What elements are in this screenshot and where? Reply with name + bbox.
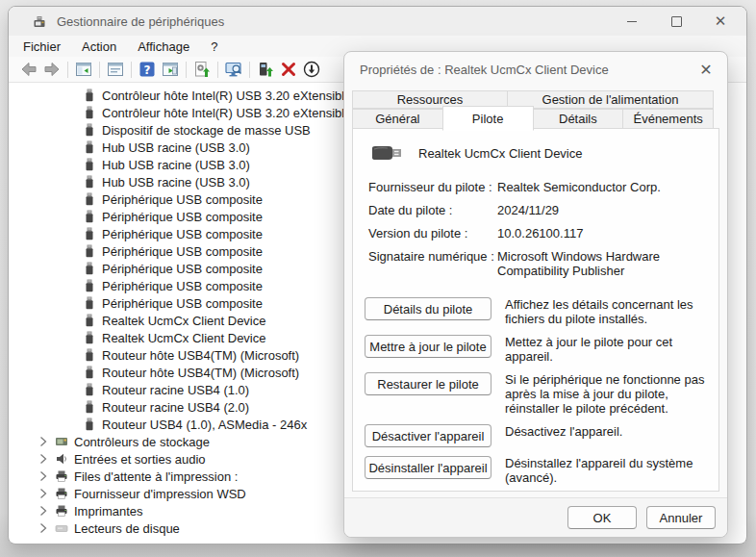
properties-icon[interactable] (106, 60, 125, 79)
tree-item-label: Hub USB racine (USB 3.0) (102, 158, 250, 172)
tab-pilote[interactable]: Pilote (442, 106, 534, 131)
chevron-right-icon (37, 435, 50, 448)
tree-item-label: Routeur hôte USB4(TM) (Microsoft) (102, 366, 299, 380)
tree-item-label: Périphérique USB composite (102, 210, 263, 224)
tree-item-label: Realtek UcmCx Client Device (102, 314, 266, 328)
usb-icon (83, 400, 96, 414)
action-button[interactable]: Détails du pilote (365, 297, 491, 320)
tab--v-nements[interactable]: Événements (622, 109, 714, 129)
menu-item[interactable]: Affichage (127, 36, 200, 57)
minimize-button[interactable] (610, 7, 654, 36)
menu-item[interactable]: Action (71, 36, 127, 57)
tree-item-label: Entrées et sorties audio (74, 452, 206, 467)
menu-item[interactable]: Fichier (13, 36, 71, 57)
action-button[interactable]: Restaurer le pilote (365, 372, 491, 395)
cancel-button[interactable]: Annuler (646, 506, 716, 529)
driver-action-row: Désinstaller l'appareil Désinstallez l'a… (365, 456, 718, 485)
driver-action-row: Détails du pilote Affichez les détails c… (365, 297, 718, 326)
tree-item-label: Contrôleurs de stockage (74, 435, 210, 449)
driver-field-row: Version du pilote : 10.0.26100.117 (368, 226, 718, 241)
scan-hardware-icon[interactable] (224, 60, 243, 79)
toolbar-separator (186, 62, 187, 78)
tree-item-label: Lecteurs de disque (74, 521, 180, 536)
action-description: Désinstallez l'appareil du système (avan… (505, 456, 718, 485)
close-icon: ✕ (699, 61, 712, 79)
forward-icon[interactable] (42, 60, 62, 79)
device-update-icon[interactable] (256, 60, 275, 79)
usb-icon (83, 175, 96, 189)
field-value: Microsoft Windows Hardware Compatibility… (497, 249, 718, 278)
tree-item-label: Realtek UcmCx Client Device (102, 331, 266, 345)
tree-item-label: Imprimantes (74, 504, 143, 519)
field-value: 10.0.26100.117 (497, 226, 718, 241)
tree-item-label: Périphérique USB composite (102, 192, 263, 207)
field-value: 2024/11/29 (497, 203, 718, 217)
device-name: Realtek UcmCx Client Device (418, 146, 583, 161)
close-button[interactable]: ✕ (698, 7, 743, 36)
tree-item-label: Routeur USB4 (1.0), ASMedia - 246x (102, 418, 307, 432)
disk-icon (55, 521, 68, 535)
usb-icon (83, 348, 96, 362)
minimize-icon (627, 21, 637, 22)
tree-item-label: Routeur hôte USB4(TM) (Microsoft) (102, 348, 299, 363)
properties-dialog: Propriétés de : Realtek UcmCx Client Dev… (343, 51, 728, 538)
usb-icon (83, 244, 96, 258)
chevron-right-icon (37, 504, 50, 518)
close-icon: ✕ (715, 13, 727, 30)
back-icon[interactable] (19, 60, 38, 79)
action-pane-icon[interactable] (161, 60, 180, 79)
audio-icon (55, 452, 68, 466)
maximize-button[interactable] (654, 7, 698, 36)
toolbar-separator (67, 62, 68, 78)
device-header: Realtek UcmCx Client Device (353, 129, 718, 162)
usb-icon (83, 296, 96, 310)
menu-item[interactable]: ? (200, 36, 228, 57)
toolbar-separator (217, 62, 218, 78)
tree-item-label: Périphérique USB composite (102, 244, 263, 259)
usb-icon (83, 192, 96, 206)
action-button[interactable]: Désactiver l'appareil (365, 424, 491, 447)
help-icon[interactable] (138, 60, 157, 79)
tab-g-n-ral[interactable]: Général (352, 109, 443, 129)
tree-item-label: Périphérique USB composite (102, 296, 263, 311)
maximize-icon (671, 16, 682, 27)
usb-icon (83, 158, 96, 171)
action-button[interactable]: Mettre à jour le pilote (365, 335, 491, 358)
ok-button[interactable]: OK (567, 506, 637, 529)
tab-d-tails[interactable]: Détails (533, 109, 624, 129)
driver-field-row: Date du pilote : 2024/11/29 (368, 203, 718, 217)
tree-item-label: Dispositif de stockage de masse USB (102, 123, 311, 138)
driver-action-row: Mettre à jour le pilote Mettez à jour le… (365, 335, 718, 364)
window-title: Gestionnaire de périphériques (57, 14, 224, 29)
driver-actions: Détails du pilote Affichez les détails c… (353, 287, 718, 485)
usb-icon (83, 418, 96, 431)
tree-item-label: Routeur racine USB4 (1.0) (102, 383, 249, 397)
driver-action-row: Restaurer le pilote Si le périphérique n… (365, 372, 718, 416)
dialog-tabs: Ressources Gestion de l'alimentation Gén… (352, 90, 713, 129)
update-driver-icon[interactable] (192, 60, 212, 79)
console-tree-icon[interactable] (74, 60, 93, 79)
action-description: Désactivez l'appareil. (505, 424, 718, 439)
chevron-right-icon (37, 452, 50, 466)
field-label: Fournisseur du pilote : (368, 180, 497, 194)
chevron-right-icon (37, 469, 50, 483)
action-button[interactable]: Désinstaller l'appareil (365, 456, 491, 479)
tree-item-label: Hub USB racine (USB 3.0) (102, 140, 250, 155)
driver-action-row: Désactiver l'appareil Désactivez l'appar… (365, 424, 718, 447)
chevron-right-icon (37, 487, 50, 500)
toolbar-separator (249, 62, 250, 78)
dialog-close-button[interactable]: ✕ (694, 59, 718, 80)
dialog-title: Propriétés de : Realtek UcmCx Client Dev… (344, 52, 727, 87)
tree-item-label: Routeur racine USB4 (2.0) (102, 400, 249, 415)
driver-tab-page: Realtek UcmCx Client Device Fournisseur … (352, 128, 719, 492)
usb-icon (83, 210, 96, 223)
dialog-footer: OK Annuler (344, 497, 727, 537)
disable-icon[interactable] (302, 60, 321, 79)
tree-item-label: Hub USB racine (USB 3.0) (102, 175, 250, 190)
uninstall-icon[interactable] (279, 60, 298, 79)
tab-gestion-de-l-alimentation[interactable]: Gestion de l'alimentation (507, 90, 714, 109)
tree-item-label: Fournisseur d'impression WSD (74, 487, 246, 501)
field-label: Version du pilote : (368, 226, 497, 241)
tree-item-label: Périphérique USB composite (102, 279, 263, 293)
usb-icon (83, 227, 96, 241)
